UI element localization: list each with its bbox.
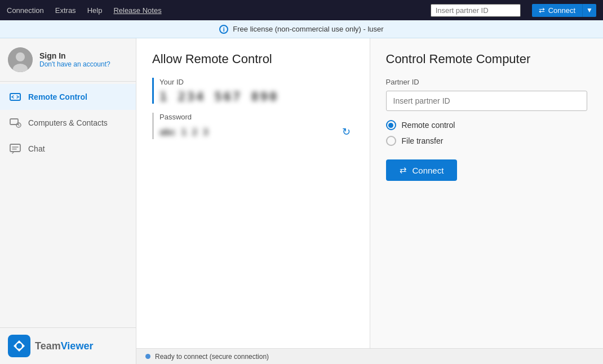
your-id-label: Your ID [159, 78, 354, 86]
no-account-text[interactable]: Don't have an account? [39, 60, 110, 68]
sidebar-item-computers-contacts[interactable]: Computers & Contacts [0, 110, 136, 136]
sign-in-text[interactable]: Sign In [39, 51, 110, 60]
header-connect-button[interactable]: ⇄ Connect [532, 4, 582, 17]
avatar [8, 47, 33, 72]
connect-button[interactable]: ⇄ Connect [386, 159, 458, 181]
main-layout: Sign In Don't have an account? Remote Co… [0, 38, 603, 364]
sidebar-profile: Sign In Don't have an account? [0, 38, 136, 82]
allow-panel-title: Allow Remote Control [152, 52, 354, 66]
sidebar: Sign In Don't have an account? Remote Co… [0, 38, 136, 364]
password-label: Password [159, 113, 354, 121]
connect-label: Connect [413, 166, 444, 175]
sidebar-item-chat[interactable]: Chat [0, 136, 136, 162]
password-section: Password abc 1 2 3 ↻ [152, 113, 354, 139]
radio-remote-control-circle [386, 120, 396, 130]
license-text: Free license (non-commercial use only) -… [233, 25, 383, 33]
radio-remote-control-label: Remote control [402, 121, 455, 130]
sidebar-item-remote-control[interactable]: Remote Control [0, 84, 136, 110]
menu-release-notes[interactable]: Release Notes [113, 6, 161, 15]
status-text: Ready to connect (secure connection) [155, 353, 269, 361]
radio-remote-control[interactable]: Remote control [386, 120, 588, 130]
password-value: abc 1 2 3 [159, 127, 209, 137]
chat-label: Chat [28, 144, 45, 153]
header-partner-id-input[interactable] [431, 4, 521, 17]
menu-extras[interactable]: Extras [55, 6, 76, 15]
info-icon: i [219, 25, 228, 34]
your-id-section: Your ID 1 234 567 890 [152, 78, 354, 104]
password-inner: abc 1 2 3 ↻ [159, 125, 354, 139]
computers-contacts-icon [9, 117, 21, 129]
radio-file-transfer-label: File transfer [402, 136, 444, 145]
your-id-value: 1 234 567 890 [159, 90, 354, 104]
radio-file-transfer-circle [386, 136, 396, 146]
menu-bar: Connection Extras Help Release Notes ⇄ C… [0, 0, 603, 20]
partner-id-label: Partner ID [386, 78, 588, 86]
radio-file-transfer[interactable]: File transfer [386, 136, 588, 146]
remote-control-label: Remote Control [28, 92, 87, 101]
panels: Allow Remote Control Your ID 1 234 567 8… [136, 38, 603, 348]
refresh-icon: ↻ [342, 126, 351, 137]
header-connect-dropdown[interactable]: ▼ [582, 4, 596, 17]
remote-control-icon [9, 91, 21, 103]
control-panel-title: Control Remote Computer [386, 52, 588, 66]
svg-point-1 [16, 52, 25, 61]
status-dot [145, 354, 150, 359]
svg-point-9 [16, 343, 22, 349]
connect-arrow-icon: ⇄ [400, 165, 407, 175]
teamviewer-logo-text: TeamViewer [35, 340, 93, 352]
menu-help[interactable]: Help [87, 6, 103, 15]
allow-remote-control-panel: Allow Remote Control Your ID 1 234 567 8… [136, 38, 370, 348]
sidebar-footer: TeamViewer [0, 327, 136, 364]
chat-icon [9, 143, 21, 155]
refresh-password-button[interactable]: ↻ [339, 125, 354, 139]
content-area: Allow Remote Control Your ID 1 234 567 8… [136, 38, 603, 364]
partner-id-input[interactable] [386, 91, 588, 111]
teamviewer-logo-icon [8, 335, 30, 357]
header-connect-group: ⇄ Connect ▼ [532, 4, 596, 17]
status-bar: Ready to connect (secure connection) [136, 348, 603, 364]
logo-viewer: Viewer [61, 340, 94, 352]
computers-contacts-label: Computers & Contacts [28, 118, 108, 127]
profile-text: Sign In Don't have an account? [39, 51, 110, 68]
connection-type-group: Remote control File transfer [386, 120, 588, 146]
header-connect-arrow-icon: ⇄ [539, 6, 545, 15]
sidebar-nav: Remote Control Computers & Contacts [0, 82, 136, 162]
control-remote-computer-panel: Control Remote Computer Partner ID Remot… [370, 38, 604, 348]
menu-connection[interactable]: Connection [7, 6, 44, 15]
license-banner: i Free license (non-commercial use only)… [0, 20, 603, 38]
svg-rect-6 [10, 144, 20, 152]
logo-team: Team [35, 340, 61, 352]
